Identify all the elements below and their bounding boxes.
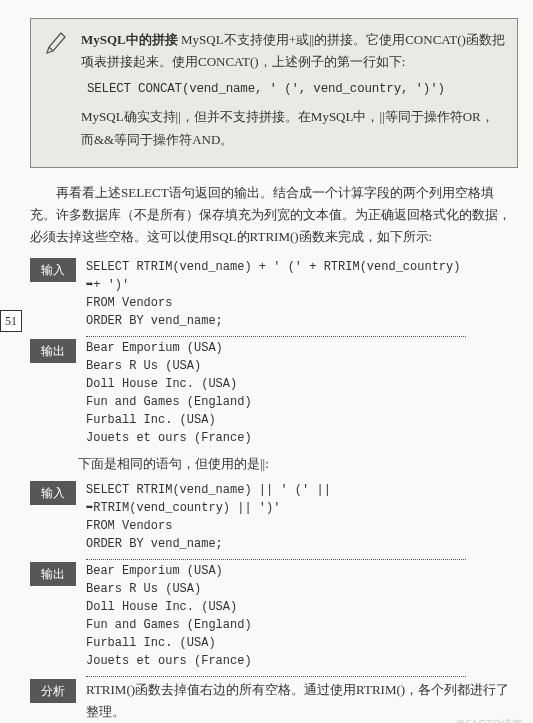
- analysis-text: RTRIM()函数去掉值右边的所有空格。通过使用RTRIM()，各个列都进行了整…: [86, 679, 518, 723]
- sql-code-1: SELECT RTRIM(vend_name) + ' (' + RTRIM(v…: [86, 258, 518, 330]
- page-number: 51: [0, 310, 22, 332]
- output-text-1: Bear Emporium (USA) Bears R Us (USA) Dol…: [86, 339, 518, 447]
- note-para2: MySQL确实支持||，但并不支持拼接。在MySQL中，||等同于操作符OR，而…: [81, 106, 505, 150]
- analysis-block: 分析 RTRIM()函数去掉值右边的所有空格。通过使用RTRIM()，各个列都进…: [30, 679, 518, 723]
- output-block-2: 输出 Bear Emporium (USA) Bears R Us (USA) …: [30, 562, 518, 670]
- pencil-icon: [43, 29, 67, 57]
- note-para1: MySQL中的拼接 MySQL不支持使用+或||的拼接。它使用CONCAT()函…: [81, 29, 505, 73]
- output-label: 输出: [30, 339, 76, 363]
- input-label: 输入: [30, 258, 76, 282]
- body-paragraph: 再看看上述SELECT语句返回的输出。结合成一个计算字段的两个列用空格填充。许多…: [30, 182, 518, 248]
- dotted-divider: [86, 336, 466, 337]
- output-text-2: Bear Emporium (USA) Bears R Us (USA) Dol…: [86, 562, 518, 670]
- output-label: 输出: [30, 562, 76, 586]
- mid-text: 下面是相同的语句，但使用的是||:: [78, 453, 518, 475]
- note-box: MySQL中的拼接 MySQL不支持使用+或||的拼接。它使用CONCAT()函…: [30, 18, 518, 168]
- dotted-divider: [86, 559, 466, 560]
- sql-code-2: SELECT RTRIM(vend_name) || ' (' || ➥RTRI…: [86, 481, 518, 553]
- input-block-2: 输入 SELECT RTRIM(vend_name) || ' (' || ➥R…: [30, 481, 518, 553]
- input-label: 输入: [30, 481, 76, 505]
- note-code: SELECT CONCAT(vend_name, ' (', vend_coun…: [87, 79, 505, 100]
- input-block-1: 输入 SELECT RTRIM(vend_name) + ' (' + RTRI…: [30, 258, 518, 330]
- output-block-1: 输出 Bear Emporium (USA) Bears R Us (USA) …: [30, 339, 518, 447]
- analysis-label: 分析: [30, 679, 76, 703]
- watermark: @51CTO博客: [455, 715, 523, 724]
- dotted-divider: [86, 676, 466, 677]
